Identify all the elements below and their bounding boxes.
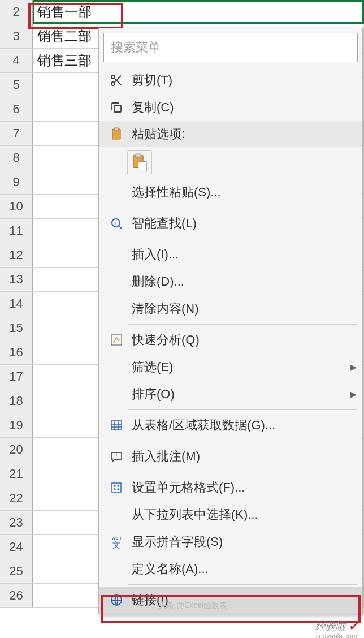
cell-b2-editing[interactable]: 销售一部 [33, 0, 364, 24]
row-header[interactable]: 17 [0, 365, 33, 389]
svg-rect-9 [138, 162, 147, 171]
menu-cut[interactable]: 剪切(T) [99, 67, 362, 94]
row-header[interactable]: 11 [0, 219, 33, 243]
watermark-url: jingyanla.com [316, 632, 357, 638]
row-header[interactable]: 4 [0, 49, 33, 72]
row-header[interactable]: 26 [0, 584, 33, 607]
svg-point-0 [111, 75, 115, 79]
row-header[interactable]: 2 [0, 0, 33, 24]
svg-rect-4 [114, 105, 121, 112]
row-header[interactable]: 24 [0, 535, 33, 559]
quick-analysis-icon [105, 333, 128, 347]
svg-point-24 [118, 489, 119, 490]
link-icon [105, 593, 128, 607]
menu-insert[interactable]: 插入(I)... [99, 241, 362, 268]
menu-label: 排序(O) [128, 386, 345, 403]
menu-label: 复制(C) [128, 99, 357, 116]
menu-paste-special[interactable]: 选择性粘贴(S)... [99, 179, 362, 206]
menu-label: 智能查找(L) [128, 215, 357, 232]
row-header[interactable]: 22 [0, 486, 33, 510]
watermark-text: 经验啦 [315, 619, 346, 633]
menu-define-name[interactable]: 定义名称(A)... [99, 555, 362, 583]
svg-point-23 [114, 489, 115, 490]
row-header[interactable]: 5 [0, 73, 33, 97]
svg-rect-20 [112, 483, 121, 492]
menu-label: 从表格/区域获取数据(G)... [128, 417, 357, 434]
paste-default-option[interactable] [99, 147, 362, 179]
scissors-icon [105, 74, 128, 87]
menu-divider [128, 409, 357, 410]
menu-label: 插入批注(M) [128, 448, 357, 465]
menu-delete[interactable]: 删除(D)... [99, 268, 362, 295]
svg-rect-13 [111, 335, 122, 345]
menu-divider [128, 239, 357, 239]
comment-icon: + [105, 450, 128, 463]
row-header[interactable]: 3 [0, 24, 33, 48]
table-icon [105, 419, 128, 432]
menu-get-data[interactable]: 从表格/区域获取数据(G)... [99, 412, 362, 439]
row-header[interactable]: 7 [0, 122, 33, 145]
row-header[interactable]: 12 [0, 243, 33, 267]
menu-quick-analysis[interactable]: 快速分析(Q) [99, 326, 362, 354]
menu-label: 粘贴选项: [128, 126, 357, 143]
row-header[interactable]: 21 [0, 462, 33, 486]
menu-divider [128, 208, 357, 208]
menu-label: 删除(D)... [128, 273, 357, 290]
row-header[interactable]: 20 [0, 438, 33, 462]
clipboard-icon [105, 127, 128, 141]
menu-label: 选择性粘贴(S)... [128, 184, 357, 201]
row-header[interactable]: 15 [0, 316, 33, 340]
format-icon [105, 481, 128, 494]
row-header[interactable]: 6 [0, 97, 33, 121]
row-header[interactable]: 13 [0, 268, 33, 291]
menu-clear-contents[interactable]: 清除内容(N) [99, 295, 362, 322]
clipboard-paste-icon [127, 150, 152, 175]
svg-point-22 [118, 485, 119, 486]
menu-label: 从下拉列表中选择(K)... [128, 506, 357, 523]
svg-point-1 [111, 82, 115, 85]
context-menu: 搜索菜单 剪切(T) 复制(C) 粘贴选项: 选择性粘贴(S)... i 智能查… [98, 28, 363, 614]
svg-text:文: 文 [112, 540, 120, 549]
menu-divider [128, 441, 357, 441]
menu-label: 剪切(T) [128, 72, 357, 89]
row-header[interactable]: 23 [0, 511, 33, 534]
menu-sort[interactable]: 排序(O) ▸ [99, 381, 362, 408]
menu-divider [128, 472, 357, 472]
menu-paste-options[interactable]: 粘贴选项: [99, 121, 362, 147]
toutiao-watermark: 头条 @Excel函数表 [158, 601, 227, 611]
svg-text:i: i [115, 220, 116, 226]
row-header[interactable]: 14 [0, 292, 33, 316]
search-icon: i [105, 217, 128, 230]
menu-insert-comment[interactable]: + 插入批注(M) [99, 443, 362, 470]
row-header[interactable]: 16 [0, 340, 33, 364]
row-header[interactable]: 25 [0, 559, 33, 583]
menu-label: 插入(I)... [128, 246, 357, 263]
row-header[interactable]: 19 [0, 413, 33, 437]
menu-label: 定义名称(A)... [128, 561, 357, 577]
row-header[interactable]: 10 [0, 195, 33, 218]
svg-point-21 [114, 485, 115, 486]
menu-show-pinyin[interactable]: wén文 显示拼音字段(S) [99, 528, 362, 555]
chevron-right-icon: ▸ [345, 360, 357, 374]
menu-smart-lookup[interactable]: i 智能查找(L) [99, 210, 362, 237]
row-header[interactable]: 18 [0, 389, 33, 413]
menu-divider [128, 584, 357, 585]
menu-copy[interactable]: 复制(C) [99, 94, 362, 121]
row-header[interactable]: 9 [0, 170, 33, 194]
row-header[interactable]: 8 [0, 146, 33, 170]
svg-rect-8 [136, 154, 141, 157]
svg-text:+: + [115, 452, 118, 458]
menu-label: 筛选(E) [128, 359, 345, 376]
menu-format-cells[interactable]: 设置单元格格式(F)... [99, 474, 362, 501]
menu-link[interactable]: 链接(I) [99, 587, 362, 614]
svg-rect-6 [114, 128, 119, 131]
menu-label: 清除内容(N) [128, 300, 357, 317]
check-icon: ✓ [348, 619, 358, 633]
menu-search-input[interactable]: 搜索菜单 [103, 33, 358, 62]
menu-pick-from-list[interactable]: 从下拉列表中选择(K)... [99, 501, 362, 528]
svg-line-11 [119, 226, 122, 229]
watermark: 经验啦 ✓ [315, 619, 358, 633]
menu-divider [128, 324, 357, 325]
menu-label: 快速分析(Q) [128, 331, 357, 348]
menu-filter[interactable]: 筛选(E) ▸ [99, 354, 362, 381]
